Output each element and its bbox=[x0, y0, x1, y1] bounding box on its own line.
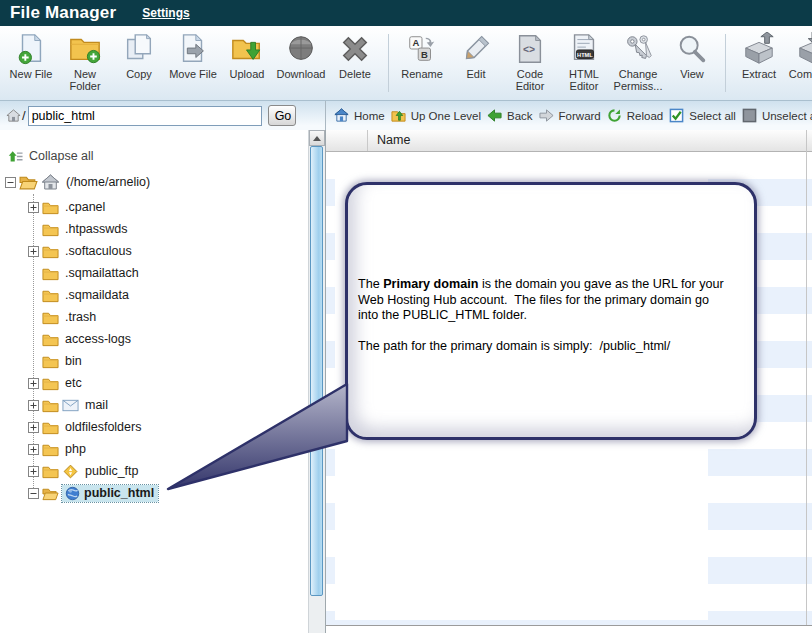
list-bottom-border bbox=[326, 625, 812, 626]
nav-up-one-level-label: Up One Level bbox=[411, 110, 481, 122]
toolbar-change-permissions-button[interactable]: ChangePermiss... bbox=[611, 32, 665, 92]
svg-text:HTML: HTML bbox=[577, 52, 593, 58]
tree-item-php[interactable]: php bbox=[0, 438, 308, 460]
ftp-icon bbox=[62, 464, 79, 479]
selected-tree-item[interactable]: public_html bbox=[62, 485, 158, 502]
nav-unselect-all-button[interactable]: Unselect all bbox=[742, 108, 812, 123]
expander-plus-icon[interactable] bbox=[28, 202, 39, 213]
tree-item-bin[interactable]: bin bbox=[0, 350, 308, 372]
tree-item-mail[interactable]: mail bbox=[0, 394, 308, 416]
toolbar-rename-label: Rename bbox=[401, 68, 443, 80]
path-input[interactable] bbox=[28, 106, 262, 126]
folder-icon bbox=[42, 266, 59, 281]
tree-item-access-logs[interactable]: access-logs bbox=[0, 328, 308, 350]
expander-minus-icon[interactable] bbox=[5, 177, 16, 188]
rename-icon: AB bbox=[405, 32, 439, 66]
collapse-all-button[interactable]: Collapse all bbox=[8, 148, 94, 163]
nav-home-button[interactable]: Home bbox=[334, 108, 385, 123]
name-column-header[interactable]: Name bbox=[368, 130, 410, 151]
settings-link[interactable]: Settings bbox=[142, 6, 189, 20]
select-all-icon bbox=[669, 108, 684, 123]
folder-icon bbox=[42, 376, 59, 391]
code-editor-icon: <> bbox=[513, 32, 547, 66]
callout-line-2: Web Hosting Hub account. The files for t… bbox=[358, 293, 740, 309]
tree-item-label: .trash bbox=[65, 310, 96, 324]
tree-item-homearnelio[interactable]: (/home/arnelio) bbox=[0, 168, 308, 196]
expander-plus-icon[interactable] bbox=[28, 422, 39, 433]
view-icon bbox=[675, 32, 709, 66]
collapse-all-icon bbox=[8, 148, 23, 163]
tree-item-.sqmailattach[interactable]: .sqmailattach bbox=[0, 262, 308, 284]
nav-select-all-button[interactable]: Select all bbox=[669, 108, 736, 123]
toolbar-copy-button[interactable]: Copy bbox=[112, 32, 166, 80]
nav-back-button[interactable]: Back bbox=[487, 108, 533, 123]
tree-item-label: .htpasswds bbox=[65, 222, 128, 236]
go-button[interactable]: Go bbox=[268, 105, 296, 126]
toolbar-download-button[interactable]: Download bbox=[274, 32, 328, 80]
folder-open-icon bbox=[19, 174, 38, 190]
svg-text:B: B bbox=[421, 49, 428, 60]
nav-unselect-all-label: Unselect all bbox=[762, 110, 812, 122]
expander-plus-icon[interactable] bbox=[28, 466, 39, 477]
tree-item-public_ftp[interactable]: public_ftp bbox=[0, 460, 308, 482]
toolbar-new-file-button[interactable]: New File bbox=[4, 32, 58, 80]
tree-scrollbar[interactable] bbox=[308, 130, 325, 633]
tree-item-label: .sqmaildata bbox=[65, 288, 129, 302]
toolbar-new-folder-button[interactable]: NewFolder bbox=[58, 32, 112, 92]
scrollbar-thumb[interactable] bbox=[310, 146, 323, 596]
expander-plus-icon[interactable] bbox=[28, 378, 39, 389]
tree-item-.softaculous[interactable]: .softaculous bbox=[0, 240, 308, 262]
expander-plus-icon[interactable] bbox=[28, 400, 39, 411]
tree-item-public_html[interactable]: public_html bbox=[0, 482, 308, 504]
nav-reload-button[interactable]: Reload bbox=[607, 108, 663, 123]
nav-up-one-level-button[interactable]: Up One Level bbox=[391, 108, 481, 123]
toolbar-delete-button[interactable]: Delete bbox=[328, 32, 382, 80]
toolbar-compress-button[interactable]: Compre... bbox=[786, 32, 812, 80]
expander-minus-icon[interactable] bbox=[28, 488, 39, 499]
tree-item-.htpasswds[interactable]: .htpasswds bbox=[0, 218, 308, 240]
toolbar-rename-button[interactable]: ABRename bbox=[395, 32, 449, 80]
nav-forward-button[interactable]: Forward bbox=[539, 108, 601, 123]
tree-item-.cpanel[interactable]: .cpanel bbox=[0, 196, 308, 218]
toolbar-compress-label: Compre... bbox=[789, 68, 812, 80]
toolbar-move-file-button[interactable]: Move File bbox=[166, 32, 220, 80]
tree-item-label: access-logs bbox=[65, 332, 131, 346]
new-file-icon bbox=[14, 32, 48, 66]
folder-icon bbox=[42, 332, 59, 347]
toolbar-edit-label: Edit bbox=[467, 68, 486, 80]
back-icon bbox=[487, 108, 502, 123]
toolbar-view-button[interactable]: View bbox=[665, 32, 719, 80]
house-icon bbox=[41, 174, 60, 190]
folder-icon bbox=[42, 200, 59, 215]
tree-item-oldfilesfolders[interactable]: oldfilesfolders bbox=[0, 416, 308, 438]
toolbar-code-editor-button[interactable]: <>CodeEditor bbox=[503, 32, 557, 92]
folder-icon bbox=[42, 420, 59, 435]
change-permissions-icon bbox=[621, 32, 655, 66]
tree-item-.trash[interactable]: .trash bbox=[0, 306, 308, 328]
svg-text:A: A bbox=[412, 37, 419, 48]
up-one-level-icon bbox=[391, 108, 406, 123]
callout-line-1: The Primary domain is the domain you gav… bbox=[358, 277, 740, 293]
scrollbar-up-button[interactable] bbox=[309, 130, 325, 146]
toolbar-change-permissions-label: ChangePermiss... bbox=[614, 68, 663, 92]
globe-icon bbox=[64, 486, 81, 501]
directory-tree: (/home/arnelio).cpanel.htpasswds.softacu… bbox=[0, 168, 308, 633]
toolbar-extract-button[interactable]: Extract bbox=[732, 32, 786, 80]
folder-open-icon bbox=[42, 486, 59, 501]
extract-icon bbox=[742, 32, 776, 66]
nav-reload-label: Reload bbox=[627, 110, 663, 122]
expander-plus-icon[interactable] bbox=[28, 246, 39, 257]
folder-icon bbox=[42, 464, 59, 479]
folder-icon bbox=[42, 222, 59, 237]
toolbar-view-label: View bbox=[680, 68, 704, 80]
callout-spacer bbox=[358, 324, 740, 339]
toolbar-new-folder-label: NewFolder bbox=[69, 68, 100, 92]
toolbar-upload-label: Upload bbox=[230, 68, 265, 80]
toolbar-html-editor-button[interactable]: HTMLHTMLEditor bbox=[557, 32, 611, 92]
nav-back-label: Back bbox=[507, 110, 533, 122]
expander-plus-icon[interactable] bbox=[28, 444, 39, 455]
tree-item-.sqmaildata[interactable]: .sqmaildata bbox=[0, 284, 308, 306]
tree-item-etc[interactable]: etc bbox=[0, 372, 308, 394]
toolbar-edit-button[interactable]: Edit bbox=[449, 32, 503, 80]
toolbar-upload-button[interactable]: Upload bbox=[220, 32, 274, 80]
